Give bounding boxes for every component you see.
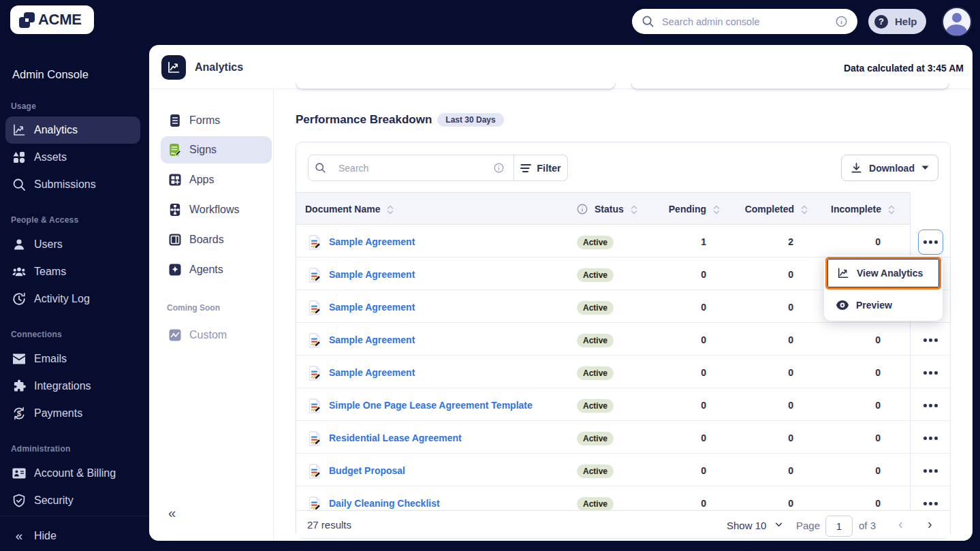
svg-text:$: $ — [17, 409, 22, 418]
